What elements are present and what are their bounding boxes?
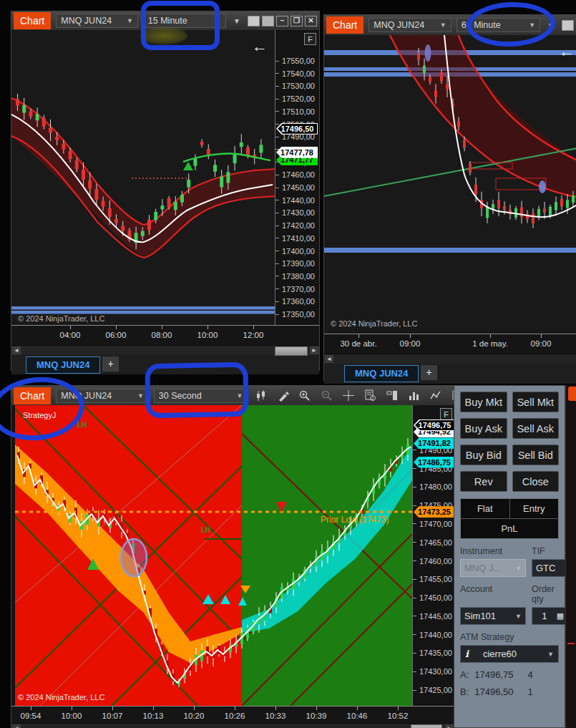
volume-histogram-icon[interactable] [406,389,423,403]
app-badge: Chart [14,387,51,404]
close-button[interactable]: Close [512,471,560,492]
add-tab-button[interactable]: + [102,356,118,372]
copyright-text: © 2024 NinjaTrader, LLC [18,314,104,323]
horizontal-scrollbar[interactable]: ◄ [324,354,576,364]
account-select[interactable]: Sim101▼ [460,607,526,625]
price-axis[interactable]: F 17490,0017485,0017480,0017475,0017470,… [412,405,455,706]
horizontal-scrollbar[interactable]: ◄ ► [11,345,319,355]
time-label: 04:00 [60,331,81,339]
drawing-tools-icon[interactable] [275,389,292,403]
chevron-down-icon[interactable]: ▼ [545,21,557,29]
time-label: 10:46 [347,712,368,720]
maximize-button[interactable]: ❐ [291,16,303,26]
time-label: 1 de may. [472,339,508,348]
titlebar[interactable]: Chart MNQ JUN24 ▼ 60 Minute ▼ ▼ [324,15,576,35]
buy-bid-button[interactable]: Buy Bid [460,445,507,465]
scroll-left-icon[interactable]: ◄ [12,346,21,354]
chart-window-15min: Chart MNQ JUN24 ▼ 15 Minute ▼ ▼ – ❐ ✕ [11,11,320,371]
price-tick: 17460,00 [275,170,315,180]
time-tick [398,707,399,710]
sell-bid-button[interactable]: Sell Bid [512,445,560,465]
horizontal-scrollbar[interactable]: ◄ ► [11,723,455,728]
buy-mkt-button[interactable]: Buy Mkt [460,392,507,412]
price-tick: 17455,00 [413,574,452,584]
chevron-down-icon[interactable]: ▼ [231,17,243,25]
strategy-label: StrategyJ [23,411,56,419]
chart-area-60min[interactable]: ← © 2024 NinjaTrader, LLC [324,35,576,334]
sell-mkt-button[interactable]: Sell Mkt [512,392,560,412]
zoom-out-icon[interactable] [318,389,336,403]
buy-arrow [183,162,193,170]
chevron-down-icon: ▼ [515,565,522,572]
zoom-in-icon[interactable] [296,389,313,403]
interval-select[interactable]: 30 Second ▼ [154,389,248,403]
interval-value: 15 Minute [148,16,187,26]
tab-mnq-jun24[interactable]: MNQ JUN24 [344,365,419,382]
price-tick: 17460,00 [413,556,452,566]
calculator-icon[interactable]: ▦ [557,611,564,621]
copyright-text: © 2024 NinjaTrader, LLC [331,319,417,328]
time-label: 09:00 [531,339,552,348]
workspace-button[interactable] [262,16,274,26]
price-tick: 17435,00 [413,648,452,658]
order-buttons: Buy MktSell MktBuy AskSell AskBuy BidSel… [460,392,559,492]
add-tab-button[interactable]: + [421,365,436,380]
scroll-slider[interactable] [411,724,442,728]
support-zone-line [11,311,276,314]
time-tick [112,707,113,710]
workspace-button[interactable] [248,16,260,26]
info-icon[interactable]: i [465,649,469,659]
interval-select[interactable]: 60 Minute ▼ [457,18,540,32]
chart-panel-icon[interactable] [384,389,401,403]
scroll-left-icon[interactable]: ◄ [12,724,21,728]
highlight-smudge [140,27,187,44]
instrument-select[interactable]: MNQ JUN24 ▼ [56,14,138,28]
close-button[interactable]: ✕ [305,16,317,26]
chart-area-30sec[interactable]: StrategyJ LH LH Prior Low (17473) F 1749… [11,405,455,706]
instrument-select[interactable]: MNQ JUN24 ▼ [368,18,451,32]
chart-window-60min: Chart MNQ JUN24 ▼ 60 Minute ▼ ▼ [323,14,576,381]
fit-axis-button[interactable]: F [440,408,452,420]
interval-value: 60 Minute [462,20,501,30]
jump-to-latest-arrow-icon[interactable]: ← [252,40,268,53]
tab-row: MNQ JUN24 + [324,364,576,384]
chevron-down-icon: ▼ [215,17,221,24]
flat-tab[interactable]: Flat [461,499,510,518]
tab-row: MNQ JUN24 + [11,355,319,374]
chart-style-icon[interactable] [253,389,270,403]
indicators-icon[interactable] [428,389,445,403]
price-tick: 17360,00 [275,296,315,306]
price-axis[interactable]: F 17550,0017540,0017530,0017520,0017510,… [275,30,319,325]
scroll-left-icon[interactable]: ◄ [325,355,333,363]
minimize-button[interactable]: – [276,16,288,26]
time-tick [541,334,542,338]
fit-axis-button[interactable]: F [304,33,316,45]
interval-select[interactable]: 15 Minute ▼ [143,14,226,28]
scroll-right-icon[interactable]: ► [445,724,454,728]
scroll-slider[interactable] [275,346,308,356]
working-order-row: A:17496,754 [460,669,559,680]
crosshair-icon[interactable] [340,389,357,403]
time-tick [194,707,195,710]
chart-graphics-15min [11,30,276,325]
buy-ask-button[interactable]: Buy Ask [460,418,507,439]
data-box-icon[interactable] [362,389,379,403]
atm-strategy-select[interactable]: i cierre60 ▼ [460,645,559,663]
window-controls: – ❐ ✕ [248,16,317,26]
workspace-button[interactable] [562,20,574,31]
price-tick: 17450,00 [413,593,452,603]
price-tick: 17430,00 [413,666,452,676]
price-marker: 17496,50 [276,123,318,135]
tab-mnq-jun24[interactable]: MNQ JUN24 [26,356,100,374]
jump-to-latest-arrow-icon[interactable]: ← [559,45,575,58]
scroll-right-icon[interactable]: ► [310,346,318,354]
chart-area-15min[interactable]: ← F 17550,0017540,0017530,0017520,001751… [11,30,319,325]
entry-tab[interactable]: Entry [510,499,559,518]
time-label: 09:00 [400,339,421,348]
instrument-select[interactable]: MNQ JUN24 ▼ [56,389,149,403]
price-marker: 17486,75 [414,457,455,468]
pnl-button[interactable]: PnL [461,518,558,538]
app-badge: Chart [14,12,51,29]
sell-ask-button[interactable]: Sell Ask [512,418,560,439]
rev-button[interactable]: Rev [460,471,507,492]
